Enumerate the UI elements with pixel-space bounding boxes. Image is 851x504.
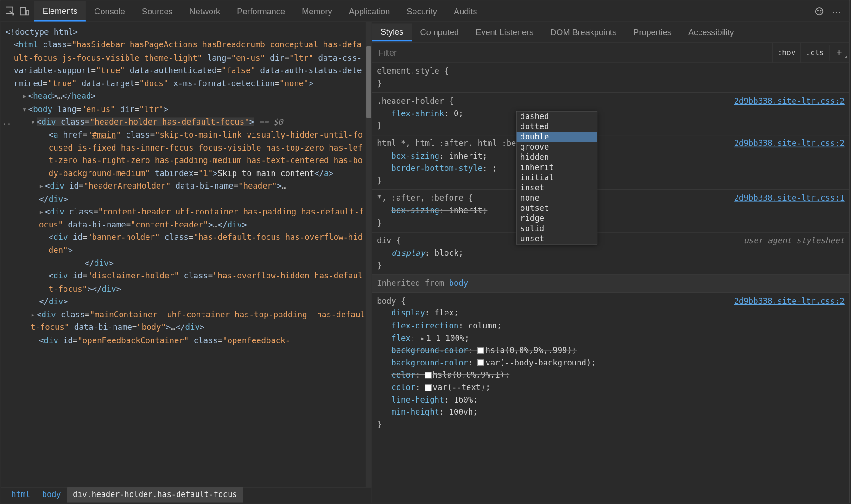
dom-disclaimer[interactable]: <div id="disclaimer-holder" class="has-o… xyxy=(0,270,371,295)
expand-icon[interactable]: ▸ xyxy=(39,208,44,216)
autocomplete-item[interactable]: inset xyxy=(517,183,597,193)
selector[interactable]: element.style xyxy=(377,67,439,76)
autocomplete-item[interactable]: dashed xyxy=(517,111,597,121)
inherited-link[interactable]: body xyxy=(449,278,468,287)
tab-application[interactable]: Application xyxy=(341,1,399,20)
css-property[interactable]: display: block; xyxy=(377,247,845,260)
style-rule[interactable]: 2d9bb338.site-ltr.css:2html *, html :aft… xyxy=(372,135,849,189)
elements-scrollbar[interactable] xyxy=(366,22,372,487)
dom-banner-open[interactable]: <div id="banner-holder" class="has-defau… xyxy=(0,231,371,257)
dom-outer-close[interactable]: </div> xyxy=(0,296,371,309)
source-link[interactable]: 2d9bb338.site-ltr.css:2 xyxy=(734,295,845,308)
autocomplete-item[interactable]: initial xyxy=(517,172,597,183)
tab-elements[interactable]: Elements xyxy=(34,1,86,21)
dom-feedback[interactable]: <div id="openFeedbackContainer" class="o… xyxy=(0,334,371,347)
color-swatch-icon[interactable] xyxy=(478,359,484,366)
css-property[interactable]: color: var(--text); xyxy=(377,382,845,394)
color-swatch-icon[interactable] xyxy=(425,384,432,391)
dom-skip-link[interactable]: <a href="#main" class="skip-to-main-link… xyxy=(0,128,371,180)
stab-styles[interactable]: Styles xyxy=(372,23,412,41)
dom-doctype[interactable]: <!doctype html> xyxy=(0,26,371,39)
style-rule[interactable]: 2d9bb338.site-ltr.css:2.header-holder {f… xyxy=(372,92,849,135)
more-icon[interactable]: ⋯ xyxy=(832,6,842,16)
tab-console[interactable]: Console xyxy=(86,1,133,20)
stab-dom-breakpoints[interactable]: DOM Breakpoints xyxy=(542,24,625,40)
crumb-body[interactable]: body xyxy=(36,487,67,502)
dom-body-open[interactable]: ▾<body lang="en-us" dir="ltr"> xyxy=(0,103,371,116)
crumb-selected[interactable]: div.header-holder.has-default-focus xyxy=(67,487,243,502)
selector[interactable]: div xyxy=(377,236,391,245)
autocomplete-item[interactable]: solid xyxy=(517,223,597,233)
autocomplete-item[interactable]: double xyxy=(517,132,597,142)
autocomplete-item[interactable]: none xyxy=(517,193,597,203)
css-property[interactable]: flex-direction: column; xyxy=(377,320,845,332)
dom-main-container[interactable]: ▸<div class="mainContainer uhf-container… xyxy=(0,308,371,334)
new-style-rule-button[interactable]: + xyxy=(829,44,849,60)
style-rule[interactable]: 2d9bb338.site-ltr.css:1*, :after, :befor… xyxy=(372,189,849,232)
source-link[interactable]: 2d9bb338.site-ltr.css:1 xyxy=(734,193,845,205)
styles-rules-list[interactable]: element.style {}2d9bb338.site-ltr.css:2.… xyxy=(372,63,849,503)
dom-banner-close[interactable]: </div> xyxy=(0,257,371,270)
cls-toggle[interactable]: .cls xyxy=(800,43,829,63)
autocomplete-item[interactable]: outset xyxy=(517,203,597,213)
css-property[interactable]: background-color: var(--body-background)… xyxy=(377,357,845,369)
stab-event-listeners[interactable]: Event Listeners xyxy=(467,24,542,40)
css-property[interactable]: flex-shrink: 0; xyxy=(377,108,845,120)
feedback-icon[interactable] xyxy=(814,6,824,16)
expand-icon[interactable]: ▸ xyxy=(31,310,35,319)
css-property[interactable]: line-height: 160%; xyxy=(377,394,845,406)
selector[interactable]: body xyxy=(377,296,396,305)
dom-header-close[interactable]: </div> xyxy=(0,193,371,206)
inspect-icon[interactable] xyxy=(6,6,15,16)
collapse-icon[interactable]: ▾ xyxy=(31,118,35,126)
hov-toggle[interactable]: :hov xyxy=(772,43,800,63)
stab-properties[interactable]: Properties xyxy=(625,24,680,40)
style-rule[interactable]: element.style {} xyxy=(372,63,849,93)
css-property[interactable]: flex: ▸1 1 100%; xyxy=(377,332,845,345)
css-property[interactable]: display: flex; xyxy=(377,308,845,320)
autocomplete-item[interactable]: hidden xyxy=(517,152,597,162)
css-property[interactable]: background-color: hsla(0,0%,9%,.999); xyxy=(377,345,845,357)
selector[interactable]: *, :after, :before xyxy=(377,194,463,202)
stab-computed[interactable]: Computed xyxy=(412,24,467,40)
tab-performance[interactable]: Performance xyxy=(229,1,293,20)
expand-icon[interactable]: ▸ xyxy=(39,182,44,190)
scrollbar-thumb[interactable] xyxy=(366,46,371,118)
style-rule[interactable]: user agent stylesheetdiv {display: block… xyxy=(372,232,849,275)
tab-sources[interactable]: Sources xyxy=(133,1,181,20)
css-property[interactable]: box-sizing: inherit; xyxy=(377,205,845,217)
autocomplete-item[interactable]: ridge xyxy=(517,213,597,223)
dom-content-header[interactable]: ▸<div class="content-header uhf-containe… xyxy=(0,206,371,231)
autocomplete-item[interactable]: groove xyxy=(517,142,597,152)
source-link[interactable]: 2d9bb338.site-ltr.css:2 xyxy=(734,138,845,150)
autocomplete-item[interactable]: dotted xyxy=(517,121,597,132)
autocomplete-item[interactable]: unset xyxy=(517,233,597,244)
stab-accessibility[interactable]: Accessibility xyxy=(680,24,743,40)
style-rule[interactable]: 2d9bb338.site-ltr.css:2body {display: fl… xyxy=(372,292,849,434)
autocomplete-item[interactable]: inherit xyxy=(517,162,597,172)
source-link[interactable]: 2d9bb338.site-ltr.css:2 xyxy=(734,95,845,108)
tab-network[interactable]: Network xyxy=(181,1,229,20)
dom-header-holder[interactable]: ..▾<div class="header-holder has-default… xyxy=(0,116,371,129)
tab-memory[interactable]: Memory xyxy=(293,1,341,20)
expand-icon[interactable]: ▸ xyxy=(22,92,27,101)
dom-header-area[interactable]: ▸<div id="headerAreaHolder" data-bi-name… xyxy=(0,180,371,193)
dom-html-open[interactable]: <html class="hasSidebar hasPageActions h… xyxy=(0,38,371,90)
color-swatch-icon[interactable] xyxy=(425,372,432,378)
selector[interactable]: html *, html :after, html :before xyxy=(377,139,535,148)
css-property[interactable]: color: hsla(0,0%,9%,1); xyxy=(377,369,845,382)
device-icon[interactable] xyxy=(20,6,30,16)
tab-audits[interactable]: Audits xyxy=(445,1,486,20)
css-property[interactable]: box-sizing: inherit; xyxy=(377,150,845,163)
selector[interactable]: .header-holder xyxy=(377,96,444,105)
styles-filter-input[interactable] xyxy=(372,44,772,61)
crumb-html[interactable]: html xyxy=(6,487,36,502)
expand-icon[interactable]: ▸ xyxy=(420,334,425,342)
css-property[interactable]: border-bottom-style: ; xyxy=(377,163,845,175)
css-property[interactable]: min-height: 100vh; xyxy=(377,406,845,419)
tab-security[interactable]: Security xyxy=(398,1,445,20)
dom-tree[interactable]: <!doctype html> <html class="hasSidebar … xyxy=(0,22,371,487)
color-swatch-icon[interactable] xyxy=(478,347,484,354)
collapse-icon[interactable]: ▾ xyxy=(22,105,27,113)
dom-head[interactable]: ▸<head>…</head> xyxy=(0,90,371,103)
